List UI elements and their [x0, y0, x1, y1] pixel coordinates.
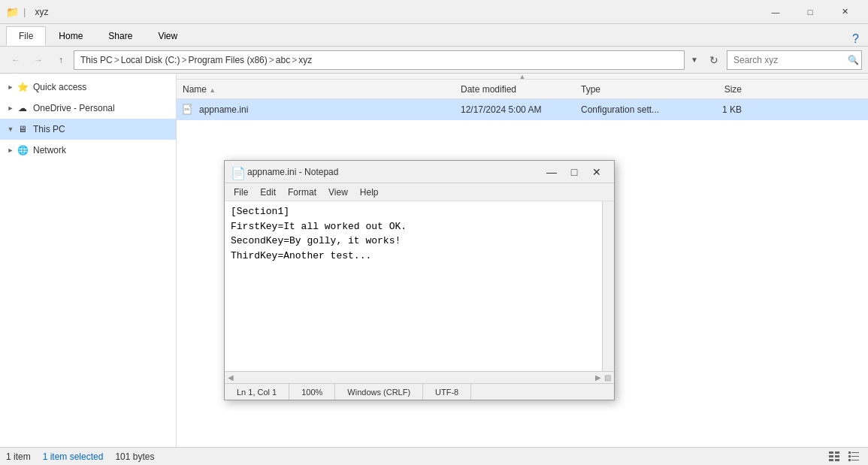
sidebar-item-network[interactable]: ► 🌐 Network [0, 140, 176, 161]
notepad-menu-help[interactable]: Help [354, 186, 385, 199]
notepad-encoding: UTF-8 [423, 384, 471, 400]
expand-arrow-thispc: ▼ [6, 125, 15, 134]
title-bar: 📁 | xyz — □ ✕ [0, 0, 868, 24]
notepad-zoom: 100% [289, 384, 335, 400]
sidebar-label-thispc: This PC [33, 124, 65, 134]
path-thispc[interactable]: This PC [80, 55, 113, 65]
path-localdisk[interactable]: Local Disk (C:) [121, 55, 180, 65]
expand-arrow-network: ► [6, 146, 15, 155]
tab-file[interactable]: File [6, 26, 46, 46]
svg-text:INI: INI [184, 107, 190, 111]
details-view-button[interactable] [826, 449, 842, 464]
address-bar: ← → ↑ This PC > Local Disk (C:) > Progra… [0, 47, 868, 74]
tab-share[interactable]: Share [95, 26, 145, 46]
search-input[interactable] [727, 50, 862, 70]
svg-rect-14 [848, 459, 851, 461]
search-icon[interactable]: 🔍 [848, 55, 859, 65]
notepad-statusbar: Ln 1, Col 1 100% Windows (CRLF) UTF-8 [225, 383, 614, 400]
cloud-icon: ☁ [17, 102, 29, 114]
close-button[interactable]: ✕ [827, 0, 862, 24]
forward-button[interactable]: → [29, 50, 48, 70]
table-row[interactable]: INI appname.ini 12/17/2024 5:00 AM Confi… [177, 99, 868, 120]
file-ini-icon: INI [183, 104, 195, 116]
col-type-header[interactable]: Type [575, 84, 688, 95]
notepad-title: appname.ini - Notepad [247, 167, 540, 177]
notepad-resize-handle[interactable]: ▧ [604, 373, 611, 382]
notepad-maximize-button[interactable]: □ [563, 161, 585, 183]
notepad-position: Ln 1, Col 1 [225, 384, 289, 400]
view-buttons [826, 449, 862, 464]
address-path[interactable]: This PC > Local Disk (C:) > Program File… [74, 50, 685, 70]
path-abc[interactable]: abc [276, 55, 290, 65]
notepad-menu-edit[interactable]: Edit [254, 186, 282, 199]
scroll-left-arrow[interactable]: ◀ [228, 373, 234, 382]
sidebar-item-thispc[interactable]: ▼ 🖥 This PC [0, 119, 176, 140]
notepad-menu: File Edit Format View Help [225, 183, 614, 201]
notepad-window: 📄 appname.ini - Notepad — □ ✕ File Edit … [224, 160, 615, 400]
notepad-scrollbar-horizontal[interactable]: ◀ ▶ ▧ [225, 371, 614, 383]
svg-rect-12 [848, 455, 851, 457]
notepad-scrollbar-vertical[interactable] [602, 201, 614, 371]
expand-arrow-quickaccess: ► [6, 83, 15, 92]
sidebar-item-onedrive[interactable]: ► ☁ OneDrive - Personal [0, 98, 176, 119]
sidebar-label-network: Network [33, 145, 66, 156]
sidebar-label-onedrive: OneDrive - Personal [33, 103, 115, 113]
network-icon: 🌐 [17, 144, 29, 156]
up-button[interactable]: ↑ [51, 50, 71, 70]
path-programfiles[interactable]: Program Files (x86) [188, 55, 267, 65]
file-size: 1 KB [688, 104, 748, 115]
svg-rect-13 [851, 456, 859, 457]
col-modified-header[interactable]: Date modified [455, 84, 575, 95]
refresh-button[interactable]: ↻ [704, 50, 724, 70]
tab-home[interactable]: Home [46, 26, 95, 46]
search-container: 🔍 [727, 50, 862, 70]
title-buttons: — □ ✕ [758, 0, 862, 24]
ribbon-tabs: File Home Share View ? [0, 24, 868, 47]
notepad-minimize-button[interactable]: — [540, 161, 563, 183]
scroll-right-arrow[interactable]: ▶ [595, 373, 601, 382]
notepad-menu-file[interactable]: File [228, 186, 254, 199]
file-modified: 12/17/2024 5:00 AM [455, 104, 575, 115]
notepad-content: [Section1] FirstKey=It all worked out OK… [225, 201, 614, 371]
notepad-title-buttons: — □ ✕ [540, 161, 608, 183]
item-count: 1 item [6, 451, 31, 462]
svg-rect-7 [835, 455, 839, 457]
col-name-header[interactable]: Name ▲ [177, 84, 455, 95]
svg-rect-5 [835, 451, 839, 454]
svg-rect-9 [835, 459, 839, 461]
svg-rect-10 [848, 451, 851, 454]
path-xyz[interactable]: xyz [298, 55, 312, 65]
help-icon[interactable]: ? [852, 32, 859, 46]
selected-info: 1 item selected [43, 451, 104, 462]
notepad-menu-format[interactable]: Format [282, 186, 322, 199]
sidebar-item-quickaccess[interactable]: ► ⭐ Quick access [0, 77, 176, 98]
size-info: 101 bytes [115, 451, 154, 462]
minimize-button[interactable]: — [758, 0, 793, 24]
notepad-close-button[interactable]: ✕ [585, 161, 608, 183]
svg-rect-4 [829, 451, 833, 454]
notepad-menu-view[interactable]: View [322, 186, 354, 199]
notepad-icon: 📄 [231, 166, 243, 178]
file-type: Configuration sett... [575, 104, 688, 115]
maximize-button[interactable]: □ [793, 0, 827, 24]
star-icon: ⭐ [17, 81, 29, 93]
svg-rect-8 [829, 459, 833, 461]
svg-rect-15 [851, 460, 859, 460]
file-name-cell: INI appname.ini [177, 104, 455, 116]
svg-rect-11 [851, 452, 859, 453]
col-size-header[interactable]: Size [688, 84, 748, 95]
address-dropdown-icon[interactable]: ▼ [688, 56, 701, 64]
sidebar-label-quickaccess: Quick access [33, 82, 86, 92]
file-name: appname.ini [199, 104, 248, 115]
tab-view[interactable]: View [145, 26, 190, 46]
file-column-headers: Name ▲ Date modified Type Size [177, 80, 868, 99]
back-button[interactable]: ← [6, 50, 26, 70]
computer-icon: 🖥 [17, 123, 29, 135]
notepad-textarea[interactable]: [Section1] FirstKey=It all worked out OK… [225, 201, 614, 371]
expand-arrow-onedrive: ► [6, 104, 15, 113]
list-view-button[interactable] [845, 449, 862, 464]
sidebar: ► ⭐ Quick access ► ☁ OneDrive - Personal… [0, 74, 177, 447]
explorer-title: xyz [35, 7, 758, 17]
sort-arrow-name: ▲ [209, 86, 216, 94]
notepad-titlebar: 📄 appname.ini - Notepad — □ ✕ [225, 161, 614, 183]
